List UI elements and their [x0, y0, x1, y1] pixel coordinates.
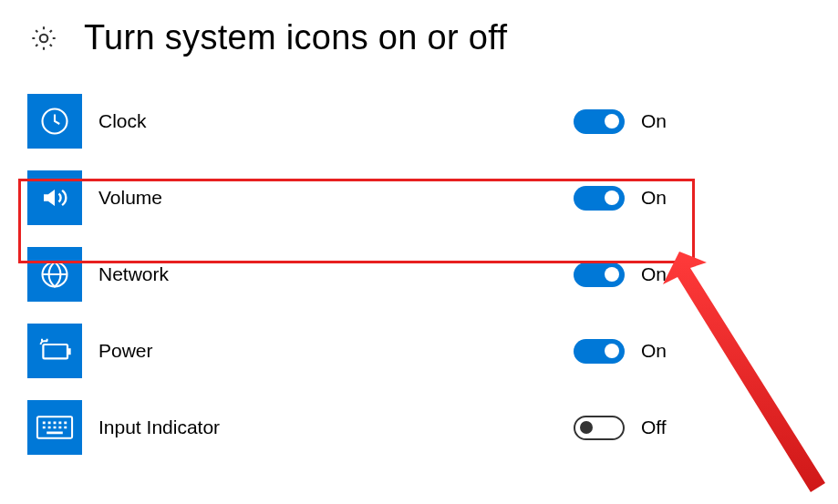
system-icons-list: Clock On Volume On Netw [0, 83, 838, 466]
page-header: Turn system icons on or off [0, 0, 838, 83]
gear-icon [27, 22, 60, 55]
svg-point-0 [40, 34, 48, 42]
item-label: Input Indicator [98, 417, 220, 438]
volume-icon [27, 170, 82, 225]
item-label: Power [98, 340, 153, 362]
toggle-power[interactable] [574, 339, 625, 364]
network-icon [27, 247, 82, 302]
page-title: Turn system icons on or off [84, 18, 507, 57]
toggle-state-label: On [641, 110, 667, 132]
toggle-state-label: On [641, 340, 667, 362]
item-label: Clock [98, 110, 147, 132]
toggle-state-label: On [641, 187, 667, 209]
toggle-state-label: Off [641, 417, 667, 438]
clock-icon [27, 94, 82, 149]
toggle-input-indicator[interactable] [574, 416, 625, 440]
item-label: Volume [98, 187, 162, 209]
toggle-volume[interactable] [574, 186, 625, 211]
list-item-volume: Volume On [27, 159, 838, 236]
svg-rect-3 [43, 345, 67, 358]
toggle-state-label: On [641, 263, 667, 285]
list-item-clock: Clock On [27, 83, 838, 159]
list-item-input-indicator: Input Indicator Off [27, 389, 838, 466]
toggle-clock[interactable] [574, 109, 625, 134]
keyboard-icon [27, 400, 82, 455]
power-icon [27, 324, 82, 378]
toggle-network[interactable] [574, 262, 625, 287]
svg-rect-4 [67, 348, 71, 355]
list-item-power: Power On [27, 313, 838, 389]
list-item-network: Network On [27, 236, 838, 313]
item-label: Network [98, 263, 169, 285]
